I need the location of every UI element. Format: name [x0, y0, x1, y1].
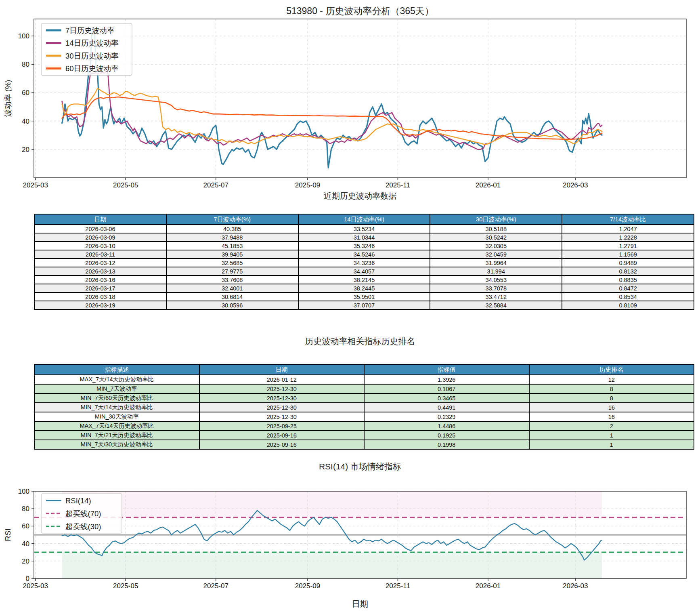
table-cell: 2026-03-09 [34, 233, 166, 242]
table-row: MAX_7天/14天历史波动率比2025-09-251.44862 [34, 421, 694, 431]
column-header: 7日波动率(%) [166, 214, 298, 225]
table-cell: 30.6814 [166, 292, 298, 301]
table-row: 2026-03-1830.681435.950133.47120.8534 [34, 292, 694, 301]
svg-text:100: 100 [18, 488, 29, 495]
table-row: MIN_7天/30天历史波动率比2025-09-160.19981 [34, 440, 694, 449]
table-cell: 40.385 [166, 225, 298, 233]
table-cell: MIN_7天/21天历史波动率比 [34, 431, 199, 440]
table-cell: 2025-09-16 [199, 440, 365, 449]
table-cell: 12 [529, 375, 694, 384]
table-cell: 33.7608 [166, 276, 298, 284]
table-cell: 1.2791 [562, 242, 694, 250]
table-cell: 1.1569 [562, 250, 694, 259]
table-cell: 1 [529, 431, 694, 440]
legend: 7日历史波动率14日历史波动率30日历史波动率60日历史波动率 [41, 23, 132, 76]
svg-text:超买线(70): 超买线(70) [65, 509, 101, 518]
table-cell: 37.0707 [298, 301, 430, 309]
svg-text:2025-09: 2025-09 [295, 181, 320, 189]
table-cell: 16 [529, 403, 694, 412]
table-row: 2026-03-1732.400138.244533.70780.8472 [34, 284, 694, 292]
table-cell: 2025-12-30 [199, 403, 365, 412]
table-cell: 2026-01-12 [199, 375, 365, 384]
table-cell: 39.9405 [166, 250, 298, 259]
svg-text:30日历史波动率: 30日历史波动率 [65, 52, 119, 60]
column-header: 30日波动率(%) [430, 214, 562, 225]
table-cell: 38.2445 [298, 284, 430, 292]
table-cell: 0.8534 [562, 292, 694, 301]
table-cell: 37.9488 [166, 233, 298, 242]
table-row: MIN_30天波动率2025-12-300.232916 [34, 412, 694, 421]
svg-text:40: 40 [22, 118, 29, 125]
threshold-band [62, 552, 602, 578]
svg-text:2025-07: 2025-07 [203, 582, 228, 590]
svg-text:80: 80 [22, 505, 29, 513]
indicator-ranking-table: 指标描述日期指标值历史排名 MAX_7天/14天历史波动率比2026-01-12… [34, 364, 694, 450]
svg-text:60日历史波动率: 60日历史波动率 [65, 64, 119, 73]
table-row: 2026-03-1327.977534.405731.9940.8132 [34, 267, 694, 276]
y-axis-label: RSI [4, 528, 12, 541]
table-cell: 2025-09-16 [199, 431, 365, 440]
recent-table-title: 近期历史波动率数据 [34, 191, 686, 202]
svg-text:80: 80 [22, 61, 29, 68]
table-cell: MAX_7天/14天历史波动率比 [34, 421, 199, 431]
svg-text:2025-11: 2025-11 [386, 582, 410, 590]
svg-text:2026-03: 2026-03 [563, 181, 588, 189]
table-cell: MIN_7天波动率 [34, 384, 199, 393]
table-cell: 0.2329 [364, 412, 529, 421]
svg-text:7日历史波动率: 7日历史波动率 [65, 26, 114, 35]
table-cell: 2026-03-10 [34, 242, 166, 250]
threshold-band [62, 491, 602, 517]
table-row: MAX_7天/14天历史波动率比2026-01-121.392612 [34, 375, 694, 384]
table-cell: 16 [529, 412, 694, 421]
header-row: 日期7日波动率(%)14日波动率(%)30日波动率(%)7/14波动率比 [34, 214, 694, 225]
table-head: 日期7日波动率(%)14日波动率(%)30日波动率(%)7/14波动率比 [34, 214, 694, 225]
x-axis-label: 日期 [352, 599, 368, 608]
table-cell: 0.4491 [364, 403, 529, 412]
table-cell: 2025-09-25 [199, 421, 365, 431]
table-cell: 0.8132 [562, 267, 694, 276]
table-cell: 2 [529, 421, 694, 431]
table-row: 2026-03-0937.948831.034430.52421.2228 [34, 233, 694, 242]
table-cell: 2025-12-30 [199, 384, 365, 393]
table-cell: 33.4712 [430, 292, 562, 301]
table-cell: 8 [529, 393, 694, 403]
table-cell: 35.9501 [298, 292, 430, 301]
table-body: 2026-03-0640.38533.523430.51881.20472026… [34, 225, 694, 309]
table-cell: MIN_7天/30天历史波动率比 [34, 440, 199, 449]
svg-text:2025-11: 2025-11 [386, 181, 410, 189]
recent-volatility-table: 日期7日波动率(%)14日波动率(%)30日波动率(%)7/14波动率比 202… [34, 214, 694, 310]
table-cell: 0.1067 [364, 384, 529, 393]
volatility-chart-title: 513980 - 历史波动率分析（365天） [34, 5, 686, 17]
table-cell: 2026-03-18 [34, 292, 166, 301]
table-cell: 34.0553 [430, 276, 562, 284]
table-cell: 34.4057 [298, 267, 430, 276]
svg-text:40: 40 [22, 540, 29, 548]
table-cell: MAX_7天/14天历史波动率比 [34, 375, 199, 384]
svg-text:20: 20 [22, 557, 29, 565]
column-header: 日期 [199, 364, 365, 375]
column-header: 历史排名 [529, 364, 694, 375]
svg-text:20: 20 [22, 146, 29, 154]
table-cell: MIN_7天/60天历史波动率比 [34, 393, 199, 403]
column-header: 7/14波动率比 [562, 214, 694, 225]
table-cell: 2026-03-11 [34, 250, 166, 259]
table-row: 2026-03-1045.185335.324632.03051.2791 [34, 242, 694, 250]
svg-text:14日历史波动率: 14日历史波动率 [65, 39, 119, 47]
svg-text:100: 100 [18, 32, 29, 40]
table-cell: 0.8835 [562, 276, 694, 284]
table-cell: 1.3926 [364, 375, 529, 384]
table-cell: 2026-03-19 [34, 301, 166, 309]
rsi-chart: 2025-032025-052025-072025-092025-112026-… [4, 488, 686, 608]
table-cell: 30.0596 [166, 301, 298, 309]
table-cell: 33.7078 [430, 284, 562, 292]
table-cell: 2026-03-13 [34, 267, 166, 276]
table-row: 2026-03-1232.568534.323631.99640.9489 [34, 259, 694, 267]
table-cell: 31.0344 [298, 233, 430, 242]
svg-text:60: 60 [22, 522, 29, 530]
svg-text:60: 60 [22, 89, 29, 97]
table-cell: 33.5234 [298, 225, 430, 233]
table-cell: 0.1998 [364, 440, 529, 449]
column-header: 指标值 [364, 364, 529, 375]
volatility-chart: 2025-032025-052025-072025-092025-112026-… [4, 19, 686, 189]
table-row: 2026-03-1139.940534.524632.04591.1569 [34, 250, 694, 259]
